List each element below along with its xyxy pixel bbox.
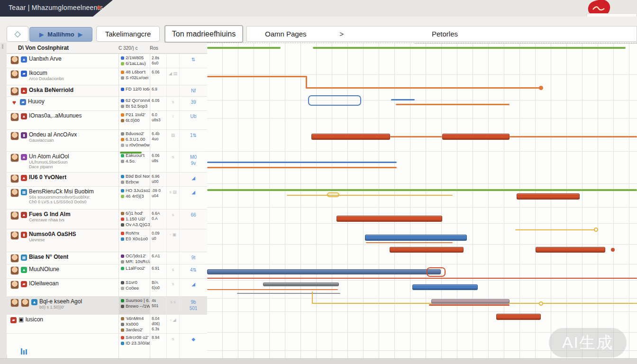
timeline-header[interactable]: > 25|T-ADHB620153Rb7381.0on0241265Low807… [414,43,637,44]
task-flags-cell[interactable]: s ▤ [166,187,179,209]
task-flags-cell[interactable]: s [166,209,179,229]
task-dates-cell[interactable]: L1alFoo2' [118,264,150,278]
column-header-res[interactable]: Ros [150,46,166,51]
task-flags-cell[interactable]: ◦ ▣ [166,229,179,252]
column-header-dates[interactable]: C 320/) c [118,46,150,51]
task-dates-cell[interactable]: 2/1W8056/1aLLau) [118,54,150,68]
task-dates-cell[interactable]: Bduoso2'6.3.U1.00u r0v0nw0w [118,130,150,151]
gantt-bar[interactable] [442,134,510,140]
task-row[interactable]: ▮Ondeu al AncOAvxGauviaccuanBduoso2'6.3.… [7,129,207,151]
task-flags-cell[interactable] [166,173,179,186]
task-dates-cell[interactable]: FD 12/0 Io6o' [118,85,150,96]
task-flags-cell[interactable] [166,252,179,264]
task-dates-cell[interactable]: RoN'rxE0 X0o1o0 [118,229,150,252]
chart-icon[interactable] [21,348,28,355]
task-flags-cell[interactable]: s s [166,297,179,314]
task-row[interactable]: ▲IU6 0 YvONertB9d Bol Non2'Bzbcw6.96 u00… [7,172,207,186]
task-row[interactable]: ▦Biase N° OtentOC/)do12'MR: 10sRc/acu0 .… [7,252,207,264]
task-links-cell[interactable]: 9t [179,252,207,264]
tag-icon-button[interactable]: ◇ [7,26,28,42]
gantt-bar[interactable] [337,216,442,222]
task-main-cell[interactable]: ▲IU6 0 YvONert [7,173,118,186]
task-flags-cell[interactable]: s [166,264,179,278]
task-dates-cell[interactable]: P21 1tol2'6t.0)00 [118,111,150,129]
gantt-bar[interactable] [431,299,510,304]
task-links-cell[interactable]: M0 9v [179,152,207,172]
task-row[interactable]: ▲Uanbxh Arve2/1W8056/1aLLau)2.8s 6u0⇅ [7,54,207,68]
task-flags-cell[interactable]: s [166,279,179,296]
gantt-bar[interactable] [263,282,339,286]
task-main-cell[interactable]: ♥▰Huuoy [7,97,118,110]
task-links-cell[interactable]: Nf [179,85,207,96]
task-row[interactable]: ▲Oska BeNerrioldFD 12/0 Io6o'6.9Nf [7,85,207,96]
task-dates-cell[interactable]: Suursoo | 6.61Brewo --/1W. [118,297,150,314]
task-row[interactable]: ▰IkocumArco Doudacionbn48 L6bor'tS r02Lv… [7,68,207,85]
task-main-cell[interactable]: ▦Biase N° Otent [7,252,118,264]
task-row[interactable]: ▲Un Atom AuiOolULfrunuoLStoeSuunDace pip… [7,151,207,172]
task-flags-cell[interactable]: s [166,334,179,358]
task-flags-cell[interactable]: s [166,97,179,110]
task-flags-cell[interactable]: ◢ ▤ [166,68,179,85]
gantt-bar[interactable] [365,235,467,241]
task-links-cell[interactable]: ◢ [179,279,207,296]
task-links-cell[interactable]: ⇅ [179,54,207,68]
task-dates-cell[interactable]: OC/)do12'MR: 10sRc/acu0 .-. 33/ [118,252,150,264]
task-row[interactable]: ▲IOnas0a,..aMuunuesP21 1tol2'6t.0)006.0 … [7,110,207,129]
task-main-cell[interactable]: ▲Uanbxh Arve [7,54,118,68]
task-dates-cell[interactable]: S1vr0Co0ee [118,279,150,296]
task-dates-cell[interactable]: 62 Qcr'onn4Bt 52.5op3 [118,97,150,110]
task-main-cell[interactable]: ▲Fues G Ind AlmCerezave nhaa tvs [7,209,118,229]
task-flags-cell[interactable]: ↕ [166,111,179,129]
task-row[interactable]: ▦BensRieruCk Msi BuobimS6s souuorsmorno8… [7,186,207,209]
gantt-bar[interactable] [390,247,464,253]
task-main-cell[interactable]: ▲IOnas0a,..aMuunues [7,111,118,129]
task-flags-cell[interactable]: s [166,152,179,172]
grip-icon[interactable]: ∥ [1,44,4,49]
task-row[interactable]: ▰▣ lusicon's6nMm4Xs0003ardeo2'8.04 d06) … [7,314,207,333]
task-main-cell[interactable]: ▲Un Atom AuiOolULfrunuoLStoeSuunDace pip… [7,152,118,172]
task-row[interactable]: ▮Numso0A OaSHSUevreseRoN'rxE0 X0o1o00.09… [7,229,207,252]
task-links-cell[interactable]: ◢ [179,173,207,186]
task-links-cell[interactable]: 4⇅ [179,264,207,278]
task-main-cell[interactable]: ▲MuuNOlune [7,264,118,278]
task-main-cell[interactable]: ▦BensRieruCk Msi BuobimS6s souuorsmorno8… [7,187,118,209]
task-links-cell[interactable]: 1⇅ [179,130,207,151]
task-row[interactable]: ♥▰Huuoy62 Qcr'onn4Bt 52.5op36.05s39 [7,96,207,110]
gantt-chart[interactable]: > 25|T-ADHB620153Rb7381.0on0241265Low807… [207,43,637,359]
task-dates-cell[interactable]: 6/)1 hod'1.150 U2/Ov A3.Q)G3Y [118,209,150,229]
task-main-cell[interactable]: ▰IOleilweoan [7,279,118,296]
task-main-cell[interactable]: ▮Ondeu al AncOAvxGauviaccuan [7,130,118,151]
chevron-right-icon[interactable]: > [340,30,344,38]
task-main-cell[interactable] [7,334,118,358]
task-links-cell[interactable]: ◢ [179,187,207,209]
task-row[interactable]: ▲Fues G Ind AlmCerezave nhaa tvs6/)1 hod… [7,209,207,229]
task-dates-cell[interactable]: B9d Bol Non2'Bzbcw [118,173,150,186]
mall-button[interactable]: ▶ Mallihmo ▶ [29,27,92,42]
task-dates-cell[interactable]: S4rcr08 o2'ID 23.3/i0/a0 [118,334,150,358]
task-links-cell[interactable] [179,315,207,333]
task-links-cell[interactable] [179,229,207,252]
task-row[interactable]: ▲MuuNOluneL1alFoo2'6.91s4⇅ [7,264,207,278]
task-main-cell[interactable]: ▰IkocumArco Doudacionbn [7,68,118,85]
column-header-name[interactable]: D\ Von Coslnphirat [7,45,118,51]
task-row[interactable]: S4rcr08 o2'ID 23.3/i0/a08.94s◆ [7,333,207,358]
task-flags-cell[interactable] [166,54,179,68]
task-links-cell[interactable]: 39 [179,97,207,110]
gantt-bar[interactable] [311,134,390,140]
pages-bar[interactable]: Oamn Pages > Petorles [246,26,637,42]
task-main-cell[interactable]: ▰▣ lusicon [7,315,118,333]
task-main-cell[interactable]: ▮Numso0A OaSHSUevrese [7,229,118,252]
task-links-cell[interactable]: Ub [179,111,207,129]
task-main-cell[interactable]: ▲Bql-e kseeh Agolb0) s 1.50))0' [7,297,118,314]
gantt-bar[interactable] [207,269,441,274]
take-button[interactable]: Takelimangcre [96,26,160,42]
task-dates-cell[interactable]: Eakuour't4.5o. [118,152,150,172]
task-flags-cell[interactable]: ◦ ◢ [166,315,179,333]
task-dates-cell[interactable]: 48 L6bor'tS r02Lv/oei [118,68,150,85]
task-flags-cell[interactable]: ▤ [166,130,179,151]
task-links-cell[interactable] [179,68,207,85]
gantt-bar[interactable] [496,314,541,320]
ton-button[interactable]: Ton madrieefhiuins [164,25,243,43]
task-flags-cell[interactable] [166,85,179,96]
task-links-cell[interactable]: ◆ [179,334,207,358]
